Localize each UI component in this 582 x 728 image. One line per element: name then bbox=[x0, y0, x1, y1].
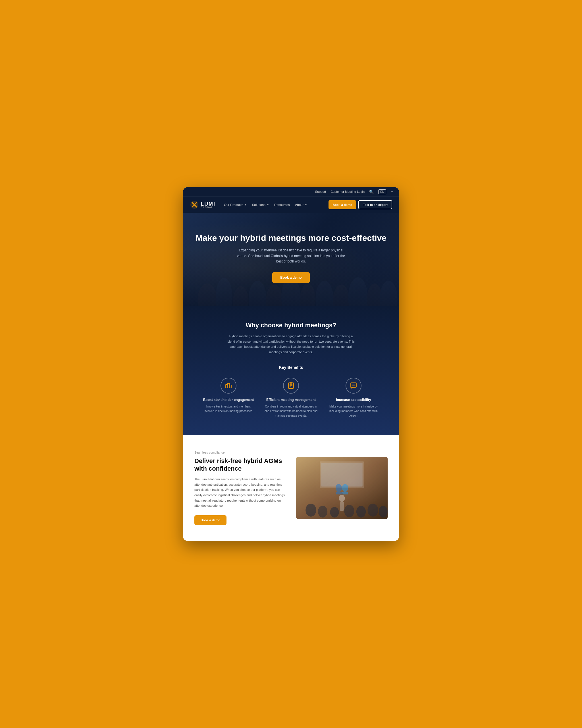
book-demo-button[interactable]: Book a demo bbox=[329, 200, 356, 209]
browser-window: Support Customer Meeting Login 🔍 EN ▼ LU… bbox=[183, 187, 399, 541]
benefit-item-management: Efficient meeting management Combine in-… bbox=[264, 378, 318, 418]
hero-section: Make your hybrid meetings more cost-effe… bbox=[183, 213, 399, 306]
compliance-right bbox=[296, 457, 388, 519]
chevron-down-icon[interactable]: ▼ bbox=[391, 190, 393, 193]
svg-point-14 bbox=[367, 284, 383, 306]
svg-point-35 bbox=[330, 507, 339, 517]
benefit-item-accessibility: Increase accessibility Make your meeting… bbox=[327, 378, 381, 418]
nav-item-resources[interactable]: Resources bbox=[274, 203, 290, 206]
compliance-demo-button[interactable]: Book a demo bbox=[194, 515, 226, 525]
compliance-description: The Lumi Platform simplifies compliance … bbox=[194, 477, 286, 509]
svg-point-38 bbox=[367, 504, 378, 517]
svg-point-36 bbox=[344, 505, 354, 517]
hero-subtitle: Expanding your attendee list doesn't hav… bbox=[234, 248, 348, 264]
why-title: Why choose hybrid meetings? bbox=[194, 322, 388, 329]
svg-point-12 bbox=[333, 284, 350, 306]
customer-login-link[interactable]: Customer Meeting Login bbox=[331, 190, 365, 193]
key-benefits-label: Key Benefits bbox=[194, 365, 388, 370]
benefit-item-engagement: Boost stakeholder engagement Involve key… bbox=[201, 378, 255, 418]
chevron-down-icon: ▼ bbox=[244, 203, 247, 206]
svg-point-34 bbox=[318, 505, 327, 518]
benefits-grid: Boost stakeholder engagement Involve key… bbox=[194, 378, 388, 418]
nav-links: Our Products ▼ Solutions ▼ Resources Abo… bbox=[224, 203, 323, 206]
svg-point-6 bbox=[233, 286, 249, 306]
svg-rect-30 bbox=[321, 463, 362, 487]
hero-title: Make your hybrid meetings more cost-effe… bbox=[194, 233, 388, 243]
benefit-desc-engagement: Involve key investors and members involv… bbox=[201, 405, 255, 414]
benefit-icon-accessibility bbox=[345, 378, 361, 394]
benefit-icon-management bbox=[283, 378, 299, 394]
svg-point-33 bbox=[305, 504, 316, 517]
svg-point-39 bbox=[379, 505, 388, 518]
top-bar: Support Customer Meeting Login 🔍 EN ▼ bbox=[183, 187, 399, 197]
benefit-title-engagement: Boost stakeholder engagement bbox=[201, 397, 255, 402]
svg-point-7 bbox=[249, 281, 267, 306]
svg-point-10 bbox=[300, 284, 315, 306]
logo[interactable]: LUMI GLOBAL bbox=[190, 200, 215, 209]
svg-point-4 bbox=[197, 284, 217, 306]
svg-point-11 bbox=[315, 281, 333, 306]
svg-point-8 bbox=[266, 284, 283, 306]
svg-point-25 bbox=[352, 385, 353, 385]
compliance-title: Deliver risk-free hybrid AGMs with confi… bbox=[194, 457, 286, 473]
stakeholder-icon bbox=[224, 382, 232, 390]
nav-item-about[interactable]: About ▼ bbox=[295, 203, 307, 206]
search-icon[interactable]: 🔍 bbox=[369, 190, 374, 194]
chevron-down-icon: ▼ bbox=[305, 203, 307, 206]
svg-point-26 bbox=[353, 385, 354, 385]
svg-point-31 bbox=[339, 495, 345, 502]
support-link[interactable]: Support bbox=[315, 190, 326, 193]
hero-cta-button[interactable]: Book a demo bbox=[272, 272, 309, 283]
nav-item-solutions[interactable]: Solutions ▼ bbox=[252, 203, 269, 206]
lumi-logo-icon bbox=[190, 200, 199, 209]
compliance-section: Seamless compliance Deliver risk-free hy… bbox=[183, 435, 399, 541]
benefit-desc-management: Combine in-room and virtual attendees in… bbox=[264, 405, 318, 418]
benefit-icon-engagement bbox=[221, 378, 237, 394]
nav-item-products[interactable]: Our Products ▼ bbox=[224, 203, 247, 206]
meeting-icon bbox=[287, 382, 295, 390]
chat-icon bbox=[350, 382, 358, 390]
chevron-down-icon: ▼ bbox=[267, 203, 269, 206]
benefit-desc-accessibility: Make your meetings more inclusive by inc… bbox=[327, 405, 381, 418]
benefit-title-accessibility: Increase accessibility bbox=[327, 397, 381, 402]
compliance-tag: Seamless compliance bbox=[194, 451, 286, 454]
svg-point-37 bbox=[356, 505, 366, 518]
svg-rect-32 bbox=[340, 502, 344, 511]
hero-content: Make your hybrid meetings more cost-effe… bbox=[194, 233, 388, 283]
benefit-title-management: Efficient meeting management bbox=[264, 397, 318, 402]
compliance-image bbox=[296, 457, 388, 519]
language-selector[interactable]: EN bbox=[378, 189, 386, 194]
svg-point-15 bbox=[380, 281, 397, 306]
navbar: LUMI GLOBAL Our Products ▼ Solutions ▼ R… bbox=[183, 197, 399, 213]
compliance-left: Seamless compliance Deliver risk-free hy… bbox=[194, 451, 286, 525]
svg-point-27 bbox=[354, 385, 355, 385]
why-description: Hybrid meetings enable organizations to … bbox=[227, 334, 355, 355]
svg-point-3 bbox=[194, 204, 195, 206]
talk-expert-button[interactable]: Talk to an expert bbox=[358, 200, 392, 209]
nav-buttons: Book a demo Talk to an expert bbox=[329, 200, 392, 209]
why-section: Why choose hybrid meetings? Hybrid meeti… bbox=[183, 306, 399, 435]
